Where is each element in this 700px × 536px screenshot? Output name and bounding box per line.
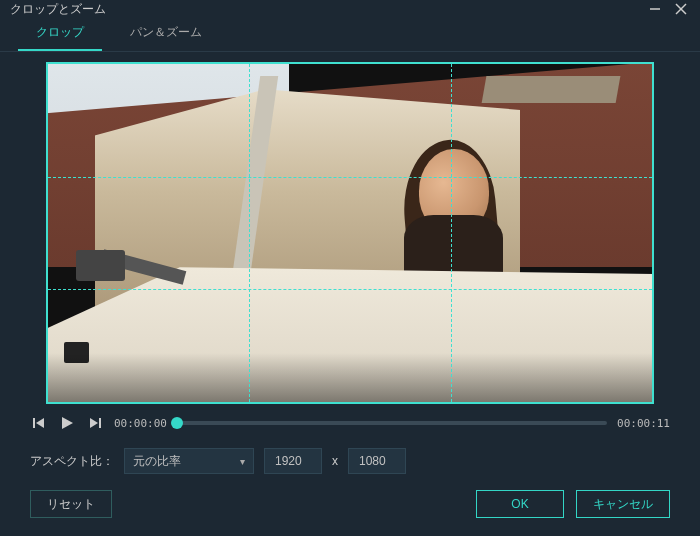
width-value: 1920 [275,454,302,468]
playbar: 00:00:00 00:00:11 [0,410,700,438]
crop-handle-bl[interactable] [46,390,60,404]
height-input[interactable]: 1080 [348,448,406,474]
crop-rectangle[interactable] [46,62,654,404]
titlebar: クロップとズーム [0,0,700,18]
ok-button[interactable]: OK [476,490,564,518]
timeline-slider[interactable] [177,421,607,425]
svg-marker-5 [62,417,73,429]
reset-button[interactable]: リセット [30,490,112,518]
crop-handle-tr[interactable] [640,62,654,76]
close-button[interactable] [672,0,690,18]
aspect-select-value: 元の比率 [133,453,181,470]
close-icon [675,3,687,15]
aspect-label: アスペクト比： [30,453,114,470]
svg-rect-3 [33,418,35,428]
time-current: 00:00:00 [114,417,167,430]
cancel-button[interactable]: キャンセル [576,490,670,518]
svg-marker-6 [90,418,98,428]
height-value: 1080 [359,454,386,468]
preview-area [0,52,700,410]
chevron-down-icon: ▾ [240,456,245,467]
svg-rect-7 [99,418,101,428]
minimize-button[interactable] [646,0,664,18]
dimension-separator: x [332,454,338,468]
minimize-icon [649,3,661,15]
aspect-select[interactable]: 元の比率 ▾ [124,448,254,474]
prev-frame-button[interactable] [30,414,48,432]
crop-zoom-dialog: クロップとズーム クロップ パン＆ズーム [0,0,700,536]
crop-handle-br[interactable] [640,390,654,404]
grid-line [48,177,652,178]
footer: リセット OK キャンセル [0,484,700,536]
prev-frame-icon [33,417,45,429]
time-total: 00:00:11 [617,417,670,430]
grid-line [249,64,250,402]
grid-line [451,64,452,402]
video-preview[interactable] [46,62,654,404]
window-title: クロップとズーム [10,1,638,18]
tab-panzoom[interactable]: パン＆ズーム [112,18,220,51]
tab-crop[interactable]: クロップ [18,18,102,51]
crop-handle-tl[interactable] [46,62,60,76]
grid-line [48,289,652,290]
aspect-controls: アスペクト比： 元の比率 ▾ 1920 x 1080 [0,438,700,484]
play-button[interactable] [58,414,76,432]
timeline-knob[interactable] [171,417,183,429]
next-frame-icon [89,417,101,429]
tabs: クロップ パン＆ズーム [0,18,700,52]
svg-marker-4 [36,418,44,428]
play-icon [60,416,74,430]
next-frame-button[interactable] [86,414,104,432]
width-input[interactable]: 1920 [264,448,322,474]
